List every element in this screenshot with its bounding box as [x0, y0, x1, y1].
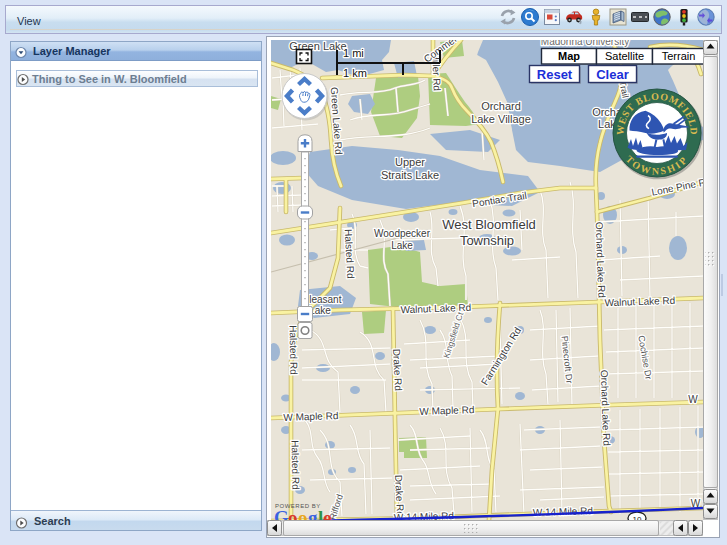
- svg-text:1 mi: 1 mi: [343, 47, 364, 59]
- svg-text:o: o: [298, 507, 308, 520]
- svg-text:Clear: Clear: [596, 67, 629, 82]
- svg-text:o: o: [288, 507, 298, 520]
- svg-text:Satellite: Satellite: [605, 50, 644, 62]
- svg-text:g: g: [308, 507, 318, 520]
- svg-text:Terrain: Terrain: [662, 50, 696, 62]
- svg-text:Reset: Reset: [537, 67, 573, 82]
- svg-text:Map: Map: [558, 50, 580, 62]
- svg-text:G: G: [274, 507, 289, 520]
- svg-text:1 km: 1 km: [343, 67, 367, 79]
- svg-text:e: e: [323, 507, 331, 520]
